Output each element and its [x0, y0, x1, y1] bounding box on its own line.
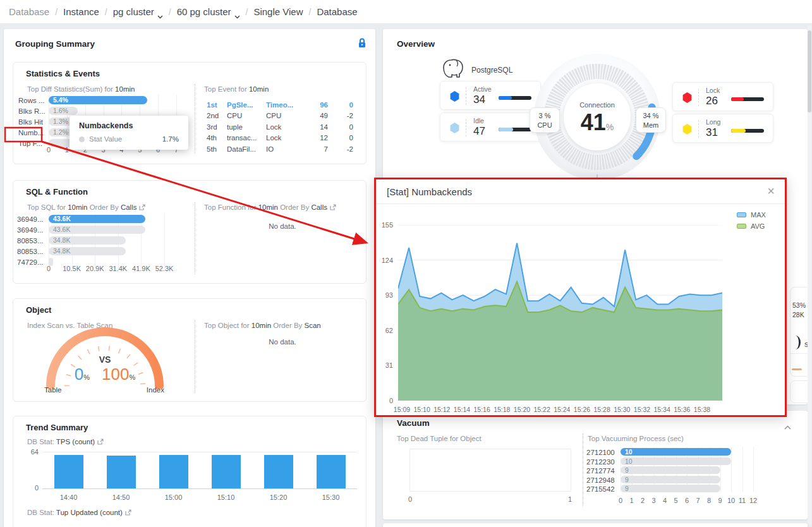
tps-bar-15:30 [317, 455, 346, 488]
page-scrollbar[interactable] [808, 25, 811, 524]
breadcrumb-item-60-pg-cluster[interactable]: 60 pg cluster [177, 6, 240, 17]
object-title: Object [26, 305, 51, 315]
scrollbar-thumb[interactable] [808, 30, 811, 112]
bar-category-label: 2715542 [586, 485, 617, 493]
mem-usage-badge: 34 %Mem [636, 107, 666, 133]
bar-2712774: 9 [621, 466, 720, 474]
x-axis-label: 15:30 [322, 494, 340, 501]
avg-legend-swatch [737, 224, 746, 229]
divider [698, 120, 699, 138]
x-axis-label: 14:50 [112, 494, 130, 501]
y-axis-label: 93 [375, 291, 393, 299]
no-data-text: No data. [204, 222, 361, 230]
close-icon[interactable]: × [767, 184, 775, 198]
bar-category-label: 2712100 [586, 449, 617, 456]
breadcrumb-item-instance[interactable]: Instance [63, 6, 99, 17]
numbackends-area-chart[interactable] [398, 225, 722, 401]
external-link-icon[interactable] [330, 204, 336, 212]
table-scan-pct: 0 [75, 365, 83, 384]
mini-progress-bar [731, 97, 764, 101]
lock-count-card[interactable]: Lock26 [672, 82, 773, 111]
no-data-text: No data. [204, 338, 361, 346]
x-axis-label: 15:10 [217, 494, 235, 501]
breadcrumb-item-single-view[interactable]: Single View [253, 6, 303, 17]
breadcrumb-separator: / [105, 7, 107, 17]
breadcrumb-item-pg-cluster[interactable]: pg cluster [113, 6, 163, 17]
section-divider [583, 433, 583, 507]
chevron-down-icon[interactable] [234, 10, 240, 14]
x-axis-label: 15:26 [574, 406, 590, 413]
tps-bar-chart[interactable]: 64014:4014:5015:0015:1015:2015:30 [13, 416, 367, 505]
x-axis-label: 15:34 [654, 406, 670, 413]
x-axis-label: 15:10 [414, 406, 430, 413]
bar-2712230: 10 [621, 457, 731, 465]
x-axis-label: 15:00 [165, 494, 183, 501]
breadcrumb-separator: / [55, 7, 58, 17]
event-row-3rd: 3rdtupleLock140 [207, 121, 361, 133]
tooltip-series-label: Stat Value [89, 135, 122, 143]
active-sessions-card[interactable]: Active34 [440, 81, 541, 110]
cpu-usage-badge: 3 %CPU [530, 107, 560, 133]
status-hexagon-icon [682, 92, 692, 103]
divider [466, 87, 466, 105]
top-event-table[interactable]: 1stPgSle...Timeo...9602ndCPUCPU49-23rdtu… [207, 99, 361, 155]
x-axis-label: 15:12 [433, 406, 450, 413]
statistics-events-section: Statistics & Events Top Diff Statistics(… [13, 62, 367, 164]
avg-legend-label: AVG [751, 222, 765, 230]
db-type-label: PostgreSQL [471, 66, 512, 75]
external-link-icon[interactable] [125, 509, 131, 517]
bar-category-label: 2712230 [586, 458, 617, 466]
breadcrumb-item-database[interactable]: Database [317, 6, 357, 17]
index-vs-table-gauge[interactable]: VS 0% 100% Table Index [42, 325, 168, 391]
breadcrumb-separator: / [309, 7, 312, 17]
bar-80853...: 34.8K [49, 247, 126, 255]
bar-category-label: 36949... [17, 215, 45, 223]
fragment-curve [791, 336, 801, 349]
fragment-orange-arc [792, 368, 802, 370]
stat-value: 31 [706, 126, 718, 139]
status-hexagon-icon [450, 91, 459, 102]
collapse-chevron-icon[interactable] [784, 421, 791, 432]
x-axis-label: 3 [651, 497, 655, 504]
stat-value: 26 [706, 95, 718, 107]
breadcrumb-item-database[interactable]: Database [9, 6, 49, 17]
x-axis-label: 9 [718, 497, 722, 504]
x-axis-label: 15:30 [614, 406, 630, 413]
legend-max[interactable]: MAX [737, 211, 766, 219]
grouping-summary-title: Grouping Summary [15, 39, 95, 49]
long-running-card[interactable]: Long31 [672, 114, 773, 143]
dead-tuple-axis-min: 0 [408, 495, 412, 503]
idle-sessions-card[interactable]: Idle47 [440, 112, 541, 142]
vacuuming-process-chart[interactable]: 0123456789101112271210010271223010271277… [586, 446, 795, 509]
top-bar: Database/Instance/pg cluster/60 pg clust… [0, 0, 812, 24]
modal-title: [Stat] Numbackends [387, 186, 472, 197]
lock-icon[interactable] [358, 38, 367, 51]
x-axis-label: 12 [749, 497, 757, 504]
bar-Blks R...: 1.6% [49, 107, 78, 115]
divider [466, 119, 466, 136]
bar-80853...: 34.8K [49, 236, 126, 245]
x-axis-label: 8 [707, 497, 711, 504]
series-marker-dot [79, 136, 85, 142]
section-divider [195, 320, 195, 392]
bar-category-label: Blks R... [18, 107, 45, 115]
y-axis-label: 31 [375, 361, 393, 369]
bar-category-label: Numb... [18, 129, 45, 136]
bar-category-label: 80853... [17, 237, 45, 245]
dead-tuple-empty-chart[interactable] [409, 449, 571, 492]
x-axis-label: 5 [674, 497, 677, 504]
tps-bar-14:50 [107, 456, 136, 488]
gauge-left-label: Table [44, 386, 62, 394]
gauge-values: 0% 100% [42, 365, 168, 384]
stat-value: 47 [473, 125, 485, 138]
chevron-down-icon[interactable] [157, 10, 163, 14]
max-legend-label: MAX [751, 211, 766, 219]
top-function-subtitle: Top Function for 10min Order By Calls [204, 203, 336, 212]
vacuum-title: Vacuum [397, 418, 430, 428]
mini-progress-bar [499, 96, 531, 100]
y-axis-label: 0 [375, 397, 393, 404]
overview-title: Overview [397, 39, 435, 49]
legend-avg[interactable]: AVG [737, 222, 765, 230]
stat-name: Long [706, 118, 720, 126]
top-sql-chart[interactable]: 010.5K20.9K31.4K41.9K52.3K36949...43.6K3… [13, 181, 197, 284]
